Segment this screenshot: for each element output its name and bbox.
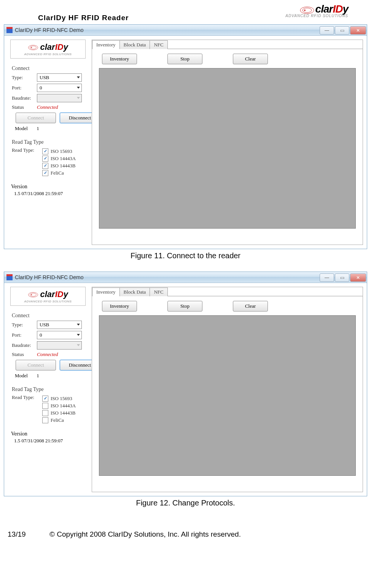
- readtag-label: Read Tag Type: [12, 386, 84, 393]
- tab-nfc[interactable]: NFC: [150, 40, 167, 49]
- baudrate-combo: [37, 94, 82, 102]
- swirl-icon: [299, 5, 315, 14]
- svg-point-1: [303, 8, 312, 13]
- sidebar: clarIDy ADVANCED RFID SOLUTIONS Connect …: [8, 40, 88, 245]
- iso15693-checkbox[interactable]: [42, 396, 48, 402]
- sidebar: clarIDy ADVANCED RFID SOLUTIONS Connect …: [8, 287, 88, 492]
- readtag-label: Read Tag Type: [12, 139, 84, 145]
- type-label: Type:: [12, 75, 37, 81]
- svg-point-5: [31, 47, 32, 48]
- version-value: 1.5 07/31/2008 21:59:07: [14, 438, 85, 444]
- felica-checkbox[interactable]: [42, 417, 48, 423]
- baudrate-combo: [37, 341, 82, 350]
- sidebar-logo: clarIDy ADVANCED RFID SOLUTIONS: [10, 287, 86, 306]
- iso14443a-checkbox[interactable]: [42, 156, 48, 162]
- page-footer: 13/19 © Copyright 2008 ClarIDy Solutions…: [0, 519, 371, 542]
- readtype-label: Read Type:: [12, 147, 42, 153]
- page-number: 13/19: [8, 530, 49, 539]
- clear-button[interactable]: Clear: [233, 54, 268, 64]
- connect-button: Connect: [16, 360, 56, 370]
- app-icon: [6, 27, 13, 33]
- main-area: Inventory Block Data NFC Inventory Stop …: [92, 40, 363, 245]
- clear-button[interactable]: Clear: [233, 301, 268, 311]
- stop-button[interactable]: Stop: [167, 301, 202, 311]
- inventory-button[interactable]: Inventory: [102, 54, 137, 64]
- type-combo[interactable]: USB: [37, 73, 82, 82]
- tab-inventory[interactable]: Inventory: [92, 40, 120, 49]
- type-label: Type:: [12, 322, 37, 328]
- readtag-group: Read Tag Type Read Type: ISO 15693 ISO 1…: [10, 136, 86, 181]
- port-combo[interactable]: 0: [37, 331, 82, 339]
- results-panel: [99, 68, 356, 229]
- connect-group: Connect Type: USB Port: 0 Baudrate: St: [10, 62, 86, 135]
- type-combo[interactable]: USB: [37, 321, 82, 329]
- status-value: Connected: [37, 104, 58, 110]
- app-window-fig1: ClarIDy HF RFID-NFC Demo — ▭ ✕ clarIDy A…: [4, 24, 367, 249]
- app-icon: [6, 274, 13, 280]
- tab-nfc[interactable]: NFC: [150, 288, 167, 296]
- iso15693-checkbox[interactable]: [42, 148, 48, 154]
- figure2-caption: Figure 12. Change Protocols.: [0, 499, 371, 507]
- document-title: ClarIDy HF RFID Reader: [38, 14, 129, 22]
- caret-down-icon: [77, 76, 80, 78]
- brand-tagline: ADVANCED RFID SOLUTIONS: [285, 14, 348, 18]
- stop-button[interactable]: Stop: [167, 54, 202, 64]
- status-label: Status: [12, 104, 37, 110]
- figure1-caption: Figure 11. Connect to the reader: [0, 251, 371, 260]
- main-area: Inventory Block Data NFC Inventory Stop …: [92, 287, 363, 492]
- version-label: Version: [11, 431, 85, 437]
- readtype-label: Read Type:: [12, 394, 42, 400]
- inventory-button[interactable]: Inventory: [102, 301, 137, 311]
- window-title: ClarIDy HF RFID-NFC Demo: [15, 274, 83, 280]
- window-title: ClarIDy HF RFID-NFC Demo: [15, 27, 83, 33]
- copyright: © Copyright 2008 ClarIDy Solutions, Inc.…: [49, 530, 241, 539]
- model-row: Model 1: [15, 373, 84, 379]
- caret-down-icon: [77, 97, 80, 99]
- port-combo[interactable]: 0: [37, 84, 82, 92]
- maximize-button[interactable]: ▭: [335, 273, 349, 282]
- tab-inventory[interactable]: Inventory: [92, 288, 120, 296]
- svg-point-4: [30, 46, 37, 49]
- maximize-button[interactable]: ▭: [335, 26, 349, 35]
- connect-button: Connect: [16, 113, 56, 123]
- titlebar: ClarIDy HF RFID-NFC Demo — ▭ ✕: [4, 272, 367, 283]
- svg-point-8: [31, 294, 32, 295]
- baudrate-label: Baudrate:: [12, 342, 37, 348]
- close-button[interactable]: ✕: [350, 273, 366, 282]
- caret-down-icon: [77, 87, 80, 89]
- caret-down-icon: [77, 324, 80, 326]
- iso14443b-checkbox[interactable]: [42, 410, 48, 416]
- minimize-button[interactable]: —: [320, 273, 334, 282]
- window-controls: — ▭ ✕: [320, 25, 367, 35]
- status-value: Connected: [37, 351, 58, 358]
- minimize-button[interactable]: —: [320, 26, 334, 35]
- iso14443a-checkbox[interactable]: [42, 403, 48, 409]
- app-window-fig2: ClarIDy HF RFID-NFC Demo — ▭ ✕ clarIDy A…: [4, 272, 367, 496]
- tab-blockdata[interactable]: Block Data: [119, 40, 150, 49]
- tab-blockdata[interactable]: Block Data: [119, 288, 150, 296]
- status-label: Status: [12, 351, 37, 358]
- version-group: Version 1.5 07/31/2008 21:59:07: [10, 183, 86, 198]
- svg-point-7: [30, 293, 37, 296]
- svg-point-2: [304, 10, 306, 11]
- brand-block: clarIDy ADVANCED RFID SOLUTIONS: [285, 3, 348, 18]
- results-panel: [99, 315, 356, 476]
- sidebar-logo: clarIDy ADVANCED RFID SOLUTIONS: [10, 40, 86, 59]
- version-group: Version 1.5 07/31/2008 21:59:07: [10, 430, 86, 445]
- connect-label: Connect: [12, 313, 84, 319]
- tabs: Inventory Block Data NFC: [92, 40, 363, 49]
- model-row: Model 1: [15, 126, 84, 132]
- caret-down-icon: [77, 344, 80, 346]
- iso14443b-checkbox[interactable]: [42, 163, 48, 169]
- port-label: Port:: [12, 85, 37, 91]
- felica-checkbox[interactable]: [42, 170, 48, 176]
- titlebar: ClarIDy HF RFID-NFC Demo — ▭ ✕: [4, 25, 367, 36]
- version-value: 1.5 07/31/2008 21:59:07: [14, 191, 85, 197]
- port-label: Port:: [12, 332, 37, 338]
- connect-label: Connect: [12, 65, 84, 72]
- readtag-group: Read Tag Type Read Type: ISO 15693 ISO 1…: [10, 383, 86, 429]
- page-header: ClarIDy HF RFID Reader clarIDy ADVANCED …: [0, 3, 371, 22]
- baudrate-label: Baudrate:: [12, 95, 37, 101]
- close-button[interactable]: ✕: [350, 26, 366, 35]
- connect-group: Connect Type: USB Port: 0 Baudrate: St: [10, 310, 86, 382]
